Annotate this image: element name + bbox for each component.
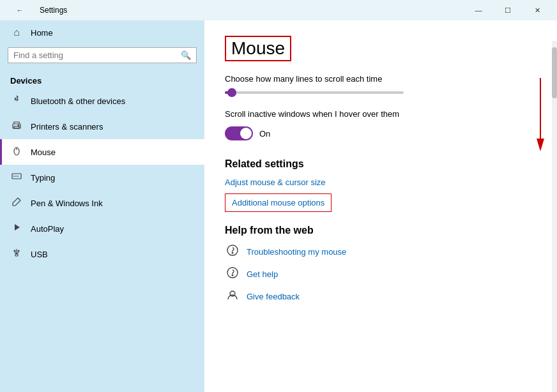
sidebar-item-mouse[interactable]: Mouse	[0, 139, 204, 165]
sidebar-search-container: 🔍	[8, 47, 197, 63]
search-icon: 🔍	[181, 50, 191, 60]
sidebar-item-printers[interactable]: Printers & scanners	[0, 114, 204, 139]
close-icon: ✕	[535, 6, 540, 15]
search-input[interactable]	[13, 50, 181, 60]
toggle-row: On	[225, 126, 537, 140]
sidebar-item-label: Typing	[31, 173, 55, 183]
typing-icon	[10, 171, 23, 184]
svg-point-2	[18, 125, 19, 126]
scroll-arrow-annotation	[534, 78, 547, 157]
get-help-label: Get help	[247, 269, 278, 279]
printer-icon	[10, 120, 23, 133]
page-title: Mouse	[225, 36, 291, 61]
sidebar-item-home[interactable]: ⌂ Home	[0, 20, 204, 45]
svg-rect-5	[12, 174, 21, 179]
additional-mouse-link[interactable]: Additional mouse options	[225, 193, 332, 212]
sidebar-item-label: Printers & scanners	[31, 122, 103, 132]
troubleshoot-item[interactable]: Troubleshooting my mouse	[225, 244, 537, 260]
related-settings-heading: Related settings	[225, 158, 537, 170]
inactive-windows-setting: Scroll inactive windows when I hover ove…	[225, 109, 537, 140]
related-settings-section: Related settings Adjust mouse & cursor s…	[225, 158, 537, 225]
help-heading: Help from the web	[225, 225, 537, 236]
sidebar: ⌂ Home 🔍 Devices Bluetooth & other devic…	[0, 20, 204, 392]
feedback-icon	[225, 289, 240, 305]
minimize-button[interactable]: —	[464, 0, 493, 20]
scroll-lines-label: Choose how many lines to scroll each tim…	[225, 74, 537, 84]
adjust-mouse-link[interactable]: Adjust mouse & cursor size	[225, 177, 537, 187]
maximize-icon: ☐	[505, 6, 511, 15]
sidebar-item-label: AutoPlay	[31, 224, 64, 234]
toggle-label: On	[259, 129, 270, 139]
sidebar-item-label: Mouse	[31, 147, 56, 157]
slider-thumb[interactable]	[227, 88, 236, 97]
sidebar-item-label: Home	[31, 28, 53, 38]
get-help-icon	[225, 266, 240, 282]
inactive-windows-toggle[interactable]	[225, 126, 253, 140]
close-button[interactable]: ✕	[523, 0, 552, 20]
help-section: Help from the web Troubleshooting my mou…	[225, 225, 537, 305]
sidebar-item-label: Bluetooth & other devices	[31, 96, 125, 106]
main-layout: ⌂ Home 🔍 Devices Bluetooth & other devic…	[0, 20, 557, 392]
scrollbar-track	[552, 41, 557, 392]
sidebar-item-pen[interactable]: Pen & Windows Ink	[0, 190, 204, 216]
svg-rect-1	[14, 126, 19, 128]
get-help-item[interactable]: Get help	[225, 266, 537, 282]
minimize-icon: —	[475, 6, 482, 14]
sidebar-item-label: Pen & Windows Ink	[31, 199, 103, 208]
scroll-lines-setting: Choose how many lines to scroll each tim…	[225, 74, 537, 94]
titlebar-controls: — ☐ ✕	[464, 0, 552, 20]
content-area: Mouse Choose how many lines to scroll ea…	[204, 20, 557, 392]
autoplay-icon	[10, 222, 23, 235]
usb-icon	[10, 248, 23, 260]
titlebar-title: Settings	[40, 6, 67, 15]
svg-rect-12	[15, 254, 18, 256]
back-button[interactable]: ←	[5, 0, 34, 20]
home-icon: ⌂	[10, 27, 23, 38]
svg-marker-14	[537, 139, 544, 151]
toggle-knob	[240, 128, 252, 139]
inactive-windows-label: Scroll inactive windows when I hover ove…	[225, 109, 537, 119]
sidebar-item-autoplay[interactable]: AutoPlay	[0, 216, 204, 241]
sidebar-section-title: Devices	[0, 71, 204, 88]
give-feedback-item[interactable]: Give feedback	[225, 289, 537, 305]
sidebar-item-bluetooth[interactable]: Bluetooth & other devices	[0, 88, 204, 114]
sidebar-item-label: USB	[31, 250, 48, 259]
sidebar-item-usb[interactable]: USB	[0, 241, 204, 267]
give-feedback-label: Give feedback	[247, 292, 300, 301]
titlebar-left: ← Settings	[5, 0, 67, 20]
mouse-icon	[10, 146, 23, 158]
pen-icon	[10, 197, 23, 209]
maximize-button[interactable]: ☐	[493, 0, 523, 20]
scrollbar-thumb[interactable]	[552, 47, 557, 98]
titlebar: ← Settings — ☐ ✕	[0, 0, 557, 20]
svg-point-16	[232, 252, 233, 253]
svg-point-10	[14, 250, 15, 252]
bluetooth-icon	[10, 94, 23, 107]
troubleshoot-icon	[225, 244, 240, 260]
svg-point-18	[232, 275, 233, 276]
sidebar-item-typing[interactable]: Typing	[0, 165, 204, 190]
slider-track	[225, 91, 404, 94]
svg-marker-9	[15, 224, 20, 230]
svg-point-11	[18, 250, 19, 252]
troubleshoot-link: Troubleshooting my mouse	[247, 247, 346, 257]
back-icon: ←	[17, 6, 24, 14]
